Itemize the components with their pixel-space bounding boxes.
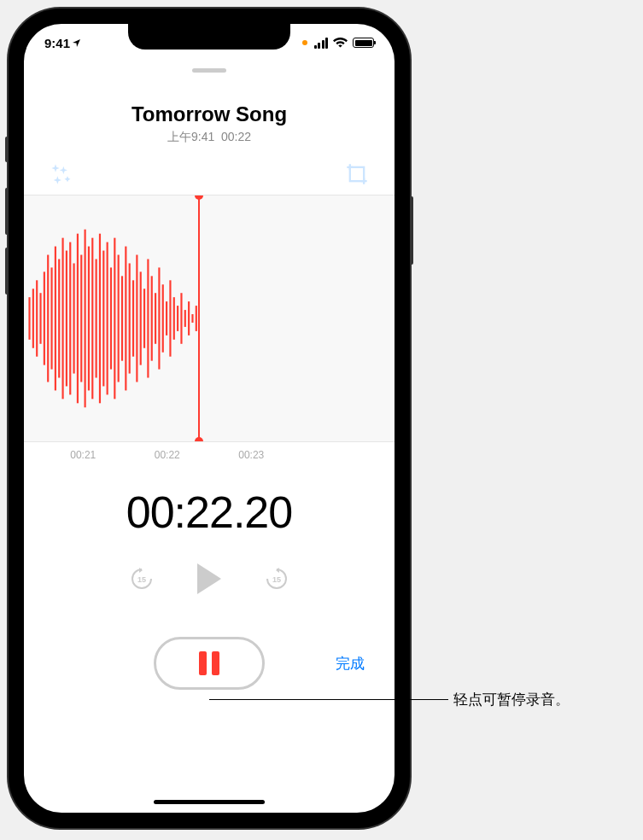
svg-rect-33	[147, 259, 149, 377]
skip-forward-15-icon[interactable]: 15	[264, 566, 289, 592]
svg-rect-4	[39, 293, 41, 344]
recording-indicator-dot	[302, 40, 307, 45]
svg-rect-32	[143, 289, 145, 348]
meta-prefix: 上午	[167, 130, 191, 143]
volume-down-button	[5, 248, 9, 295]
svg-rect-27	[125, 247, 126, 391]
play-icon[interactable]	[197, 563, 221, 594]
home-indicator[interactable]	[154, 800, 265, 804]
svg-rect-41	[177, 306, 178, 331]
recording-header: Tomorrow Song 上午9:41 00:22	[24, 73, 395, 154]
svg-rect-3	[36, 280, 38, 356]
svg-rect-0	[350, 167, 364, 181]
svg-rect-15	[80, 255, 82, 382]
meta-time: 9:41	[191, 130, 214, 143]
svg-rect-25	[118, 255, 120, 382]
pause-icon	[212, 651, 219, 675]
wifi-icon	[333, 38, 348, 48]
pause-button[interactable]	[154, 637, 265, 690]
svg-rect-42	[180, 293, 182, 344]
svg-rect-31	[140, 271, 142, 365]
svg-rect-13	[73, 263, 75, 373]
svg-rect-43	[184, 310, 186, 327]
svg-rect-6	[47, 255, 49, 382]
elapsed-timer: 00:22.20	[24, 461, 395, 555]
svg-rect-37	[162, 284, 164, 352]
clock-text: 9:41	[44, 36, 70, 50]
volume-up-button	[5, 188, 9, 235]
notch	[128, 24, 290, 50]
svg-rect-18	[91, 238, 93, 400]
callout-line	[209, 699, 448, 700]
battery-icon	[353, 38, 374, 48]
svg-rect-44	[188, 301, 190, 335]
enhance-icon[interactable]	[50, 162, 73, 186]
svg-rect-14	[77, 234, 79, 404]
svg-rect-40	[173, 297, 175, 340]
power-button	[410, 196, 413, 265]
svg-rect-34	[151, 276, 153, 360]
svg-rect-2	[32, 289, 34, 348]
playback-controls: 15 15	[24, 555, 395, 620]
meta-duration: 00:22	[221, 130, 251, 143]
svg-rect-7	[50, 267, 52, 369]
svg-rect-9	[58, 259, 60, 377]
waveform-icon	[24, 195, 395, 441]
done-button[interactable]: 完成	[336, 654, 365, 674]
svg-rect-5	[44, 271, 45, 365]
svg-rect-29	[132, 280, 134, 356]
svg-rect-36	[158, 267, 160, 369]
svg-rect-30	[136, 255, 137, 382]
svg-rect-38	[166, 301, 167, 335]
svg-rect-17	[88, 247, 90, 391]
status-time: 9:41	[44, 36, 82, 50]
cellular-signal-icon	[314, 38, 329, 49]
ruler-tick	[294, 449, 378, 461]
svg-rect-1	[28, 297, 30, 340]
ruler-tick: 00:22	[126, 449, 210, 461]
svg-rect-22	[107, 242, 108, 395]
pause-icon	[199, 651, 207, 675]
svg-text:15: 15	[137, 575, 146, 584]
svg-rect-19	[96, 259, 97, 377]
svg-rect-39	[169, 280, 171, 356]
svg-rect-45	[191, 314, 193, 323]
ruler-tick: 00:21	[41, 449, 126, 461]
svg-rect-11	[66, 251, 67, 387]
waveform-display[interactable]	[24, 195, 395, 442]
svg-rect-35	[155, 293, 156, 344]
callout-text: 轻点可暂停录音。	[453, 690, 570, 709]
svg-rect-26	[121, 276, 123, 360]
edit-toolbar	[24, 154, 395, 195]
svg-rect-28	[129, 263, 131, 373]
location-icon	[72, 38, 82, 48]
svg-rect-12	[69, 242, 71, 395]
playhead-indicator[interactable]	[198, 195, 200, 441]
svg-rect-24	[114, 238, 115, 400]
svg-rect-10	[61, 238, 63, 400]
mute-switch	[5, 137, 9, 162]
svg-rect-16	[85, 230, 86, 408]
status-right	[302, 38, 375, 49]
svg-text:15: 15	[272, 575, 281, 584]
svg-rect-46	[196, 306, 197, 331]
skip-back-15-icon[interactable]: 15	[129, 566, 155, 592]
time-ruler: 00:21 00:22 00:23	[24, 442, 395, 461]
ruler-tick: 00:23	[209, 449, 294, 461]
trim-icon[interactable]	[345, 162, 369, 186]
recording-meta: 上午9:41 00:22	[41, 130, 377, 145]
svg-rect-8	[55, 247, 56, 391]
svg-rect-20	[99, 234, 101, 404]
annotation-callout: 轻点可暂停录音。	[209, 690, 570, 709]
recording-title: Tomorrow Song	[41, 102, 377, 126]
svg-rect-21	[102, 251, 104, 387]
svg-rect-23	[110, 267, 112, 369]
